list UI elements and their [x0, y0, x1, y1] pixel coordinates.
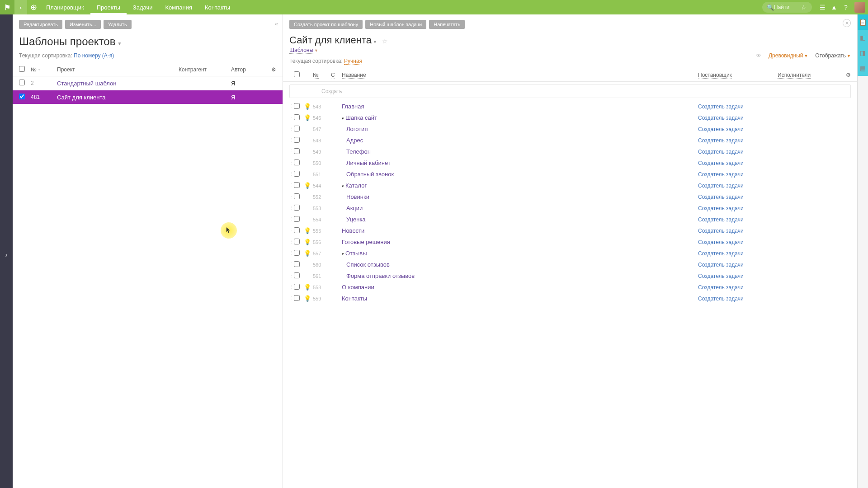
tcol-c[interactable]: С — [331, 72, 342, 78]
task-row[interactable]: ⋮⋮ 560 Список отзывов Создатель задачи — [283, 259, 857, 270]
drag-handle-icon[interactable]: ⋮⋮ — [289, 228, 294, 234]
search-box[interactable]: 🔍 ☆ — [762, 2, 812, 13]
task-name-link[interactable]: Список отзывов — [346, 261, 390, 268]
nav-item-3[interactable]: Компания — [159, 0, 198, 14]
drag-handle-icon[interactable]: ⋮⋮ — [289, 205, 294, 211]
tcol-post[interactable]: Постановщик — [698, 72, 778, 78]
search-star-icon[interactable]: ☆ — [801, 4, 807, 11]
drag-handle-icon[interactable]: ⋮⋮ — [289, 273, 294, 279]
task-checkbox[interactable] — [294, 148, 300, 154]
drag-handle-icon[interactable]: ⋮⋮ — [289, 171, 294, 177]
task-name-link[interactable]: Отзывы — [345, 250, 367, 257]
project-caret-icon[interactable]: ▼ — [373, 40, 377, 44]
task-row[interactable]: ⋮⋮ 💡 555 Новости Создатель задачи — [283, 225, 857, 236]
task-creator-link[interactable]: Создатель задачи — [698, 103, 744, 110]
task-creator-link[interactable]: Создатель задачи — [698, 115, 744, 121]
task-sort-link[interactable]: Ручная — [344, 58, 362, 65]
task-row[interactable]: ⋮⋮ 549 Телефон Создатель задачи — [283, 146, 857, 157]
task-name-link[interactable]: Новости — [342, 227, 364, 234]
project-link[interactable]: Стандартный шаблон — [57, 80, 116, 87]
task-gear-icon[interactable]: ⚙ — [841, 72, 851, 78]
task-creator-link[interactable]: Создатель задачи — [698, 205, 744, 211]
col-author[interactable]: Автор — [231, 66, 266, 73]
task-name-link[interactable]: Главная — [342, 103, 364, 110]
task-name-link[interactable]: Новинки — [346, 193, 369, 200]
sort-link[interactable]: По номеру (А-я) — [74, 52, 114, 59]
right-btn-0[interactable]: Создать проект по шаблону — [289, 20, 363, 29]
task-creator-link[interactable]: Создатель задачи — [698, 216, 744, 223]
task-row[interactable]: ⋮⋮ 551 Обратный звонок Создатель задачи — [283, 169, 857, 180]
task-checkbox[interactable] — [294, 227, 300, 233]
task-name-link[interactable]: Шапка сайт — [345, 114, 377, 121]
rail-item-2[interactable]: ◧ — [858, 30, 868, 45]
left-btn-1[interactable]: Изменить... — [65, 20, 101, 29]
template-row[interactable]: 2 Стандартный шаблон Я — [13, 76, 283, 90]
expand-rail-icon[interactable]: › — [5, 251, 8, 258]
nav-back-icon[interactable]: ‹ — [14, 0, 27, 14]
task-name-link[interactable]: Телефон — [346, 148, 371, 155]
menu-icon[interactable]: ☰ — [816, 0, 828, 14]
task-name-link[interactable]: Уценка — [346, 216, 366, 223]
create-task-input[interactable]: Создать — [289, 84, 851, 98]
tcol-name[interactable]: Название — [342, 72, 698, 78]
nav-add-icon[interactable]: ⊕ — [27, 0, 40, 14]
nav-item-1[interactable]: Проекты — [90, 0, 127, 14]
col-num[interactable]: №↑ — [31, 66, 57, 73]
task-row[interactable]: ⋮⋮ 💡 559 Контакты Создатель задачи — [283, 293, 857, 304]
logo-icon[interactable]: ⚑ — [0, 0, 14, 14]
rail-item-1[interactable]: 📋 — [858, 14, 868, 30]
task-creator-link[interactable]: Создатель задачи — [698, 149, 744, 155]
task-row[interactable]: ⋮⋮ 💡 543 Главная Создатель задачи — [283, 101, 857, 112]
task-name-link[interactable]: Обратный звонок — [346, 171, 394, 178]
drag-handle-icon[interactable]: ⋮⋮ — [289, 262, 294, 267]
task-checkbox[interactable] — [294, 171, 300, 177]
tcol-num[interactable]: № — [313, 72, 331, 78]
task-select-all[interactable] — [294, 71, 300, 77]
nav-item-4[interactable]: Контакты — [198, 0, 236, 14]
task-row[interactable]: ⋮⋮ 💡 546 ▾Шапка сайт Создатель задачи — [283, 112, 857, 123]
select-all-checkbox[interactable] — [19, 66, 25, 72]
drag-handle-icon[interactable]: ⋮⋮ — [289, 126, 294, 132]
task-row[interactable]: ⋮⋮ 553 Акции Создатель задачи — [283, 202, 857, 214]
tcol-exec[interactable]: Исполнители — [778, 72, 841, 78]
task-row[interactable]: ⋮⋮ 552 Новинки Создатель задачи — [283, 191, 857, 202]
left-btn-2[interactable]: Удалить — [104, 20, 132, 29]
right-btn-1[interactable]: Новый шаблон задачи — [365, 20, 426, 29]
task-creator-link[interactable]: Создатель задачи — [698, 284, 744, 291]
task-creator-link[interactable]: Создатель задачи — [698, 228, 744, 234]
col-contra[interactable]: Контрагент — [179, 66, 231, 73]
task-row[interactable]: ⋮⋮ 💡 557 ▾Отзывы Создатель задачи — [283, 248, 857, 259]
drag-handle-icon[interactable]: ⋮⋮ — [289, 296, 294, 301]
task-name-link[interactable]: Готовые решения — [342, 239, 390, 245]
task-row[interactable]: ⋮⋮ 💡 556 Готовые решения Создатель задач… — [283, 236, 857, 248]
drag-handle-icon[interactable]: ⋮⋮ — [289, 137, 294, 143]
task-creator-link[interactable]: Создатель задачи — [698, 171, 744, 178]
task-checkbox[interactable] — [294, 261, 300, 267]
task-name-link[interactable]: О компании — [342, 284, 374, 291]
task-name-link[interactable]: Форма отправки отзывов — [346, 272, 415, 279]
task-row[interactable]: ⋮⋮ 💡 544 ▾Каталог Создатель задачи — [283, 180, 857, 191]
drag-handle-icon[interactable]: ⋮⋮ — [289, 194, 294, 200]
task-name-link[interactable]: Адрес — [346, 137, 363, 144]
expand-icon[interactable]: ▾ — [342, 116, 344, 121]
task-checkbox[interactable] — [294, 126, 300, 131]
eye-icon[interactable]: 👁 — [756, 52, 761, 59]
row-checkbox[interactable] — [19, 94, 25, 99]
task-checkbox[interactable] — [294, 295, 300, 301]
drag-handle-icon[interactable]: ⋮⋮ — [289, 239, 294, 245]
task-row[interactable]: ⋮⋮ 561 Форма отправки отзывов Создатель … — [283, 270, 857, 282]
right-btn-2[interactable]: Напечатать — [429, 20, 465, 29]
drag-handle-icon[interactable]: ⋮⋮ — [289, 183, 294, 188]
notification-icon[interactable]: ▲ — [828, 0, 840, 14]
task-checkbox[interactable] — [294, 160, 300, 165]
drag-handle-icon[interactable]: ⋮⋮ — [289, 284, 294, 290]
collapse-panel-icon[interactable]: « — [275, 21, 278, 27]
col-project[interactable]: Проект — [57, 66, 179, 73]
task-creator-link[interactable]: Создатель задачи — [698, 183, 744, 189]
task-checkbox[interactable] — [294, 239, 300, 244]
drag-handle-icon[interactable]: ⋮⋮ — [289, 149, 294, 155]
task-checkbox[interactable] — [294, 205, 300, 211]
task-creator-link[interactable]: Создатель задачи — [698, 273, 744, 279]
gear-icon[interactable]: ⚙ — [266, 66, 276, 73]
display-toggle[interactable]: Отображать — [815, 52, 846, 59]
